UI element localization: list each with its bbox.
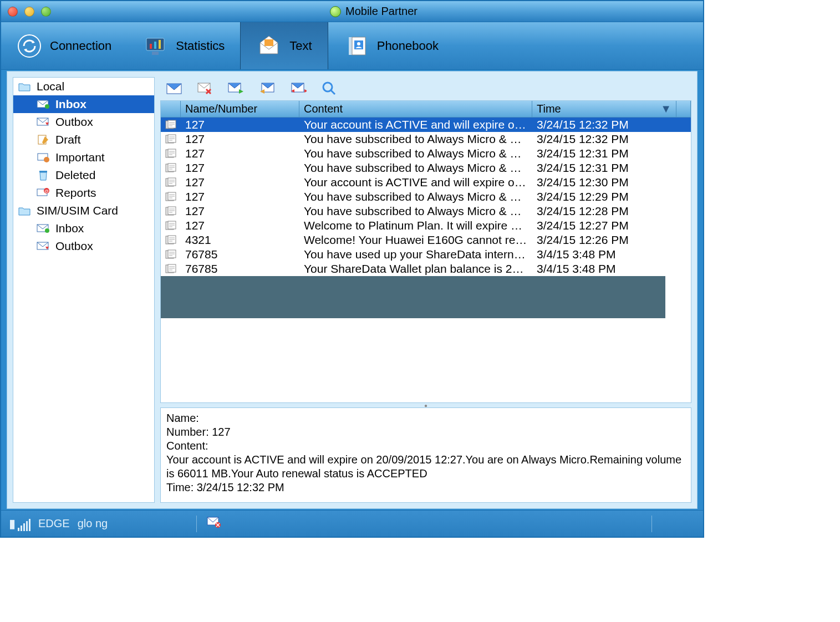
titlebar: Mobile Partner: [1, 1, 703, 22]
svg-point-15: [44, 157, 49, 162]
close-button[interactable]: [8, 7, 18, 17]
forward-message-button[interactable]: [228, 82, 245, 95]
svg-text:@: @: [44, 188, 49, 193]
status-operator: glo ng: [78, 517, 108, 530]
app-window: Mobile Partner Connection Statistics Tex…: [0, 0, 704, 538]
col-icon-header[interactable]: [161, 101, 181, 117]
tab-statistics[interactable]: Statistics: [127, 22, 240, 69]
status-network: EDGE: [38, 517, 70, 530]
tab-text[interactable]: Text: [240, 22, 328, 69]
sidebar-sim[interactable]: SIM/USIM Card: [13, 202, 154, 220]
table-row[interactable]: 76785You have used up your ShareData int…: [161, 247, 691, 262]
sidebar-reports[interactable]: @ Reports: [13, 184, 154, 202]
col-content-header[interactable]: Content: [299, 101, 532, 117]
statusbar: ▮ EDGE glo ng: [1, 510, 703, 537]
tab-phonebook[interactable]: Phonebook: [328, 22, 454, 69]
sidebar-local[interactable]: Local: [13, 78, 154, 95]
minimize-button[interactable]: [24, 7, 34, 17]
refresh-icon: [17, 33, 42, 59]
table-row[interactable]: 127Your account is ACTIVE and will expir…: [161, 175, 691, 190]
detail-number: Number: 127: [166, 425, 685, 439]
reply-all-button[interactable]: [290, 82, 307, 95]
sidebar-important-label: Important: [55, 151, 105, 164]
row-name: 127: [181, 204, 299, 218]
detail-time: Time: 3/24/15 12:32 PM: [166, 481, 685, 494]
table-row[interactable]: 127Welcome to Platinum Plan. It will exp…: [161, 218, 691, 233]
reports-icon: @: [37, 187, 50, 198]
statistics-icon: [142, 33, 168, 59]
col-name-header[interactable]: Name/Number: [181, 101, 299, 117]
grid-header: Name/Number Content Time▼: [161, 101, 691, 118]
tab-phonebook-label: Phonebook: [377, 39, 439, 53]
row-time: 3/24/15 12:27 PM: [532, 218, 691, 233]
sidebar-draft[interactable]: Draft: [13, 131, 154, 149]
svg-point-0: [18, 35, 40, 57]
message-icon: [161, 134, 181, 145]
grid-empty-area: [161, 276, 665, 318]
reply-message-button[interactable]: [259, 82, 276, 95]
zoom-button[interactable]: [41, 7, 51, 17]
grid-body[interactable]: 127Your account is ACTIVE and will expir…: [161, 118, 691, 402]
sidebar-inbox[interactable]: Inbox: [13, 95, 154, 113]
row-name: 76785: [181, 262, 299, 276]
row-time: 3/24/15 12:32 PM: [532, 132, 691, 146]
tab-connection-label: Connection: [50, 39, 111, 53]
table-row[interactable]: 76785Your ShareData Wallet plan balance …: [161, 262, 691, 276]
row-time: 3/24/15 12:31 PM: [532, 161, 691, 175]
sidebar-sim-label: SIM/USIM Card: [37, 204, 118, 217]
row-time: 3/24/15 12:32 PM: [532, 118, 691, 132]
svg-rect-5: [152, 52, 159, 55]
row-time: 3/4/15 3:48 PM: [532, 247, 691, 262]
sidebar-outbox-label: Outbox: [55, 115, 93, 129]
table-row[interactable]: 4321Welcome! Your Huawei E160G cannot re…: [161, 233, 691, 247]
table-row[interactable]: 127You have subscribed to Always Micro &…: [161, 190, 691, 204]
sidebar-local-label: Local: [37, 80, 64, 93]
message-icon: [161, 177, 181, 188]
trash-icon: [37, 170, 50, 181]
main-panel: Name/Number Content Time▼ 127Your accoun…: [160, 77, 691, 503]
sidebar-deleted[interactable]: Deleted: [13, 166, 154, 184]
row-name: 127: [181, 146, 299, 161]
message-icon: [161, 220, 181, 231]
phonebook-icon: [344, 33, 369, 59]
sidebar-important[interactable]: Important: [13, 149, 154, 166]
sidebar-sim-inbox-label: Inbox: [55, 222, 84, 235]
detail-body: Your account is ACTIVE and will expire o…: [166, 453, 685, 481]
sidebar-outbox[interactable]: Outbox: [13, 113, 154, 131]
signal-icon: ▮: [9, 517, 33, 531]
important-icon: [37, 152, 50, 163]
col-spacer: [676, 101, 691, 117]
folder-icon: [18, 81, 31, 92]
table-row[interactable]: 127You have subscribed to Always Micro &…: [161, 204, 691, 218]
svg-rect-16: [39, 171, 47, 172]
col-time-header[interactable]: Time▼: [532, 101, 676, 117]
sidebar-sim-outbox[interactable]: Outbox: [13, 237, 154, 255]
message-icon: [161, 119, 181, 130]
inbox-icon: [37, 223, 50, 234]
search-button[interactable]: [321, 82, 338, 95]
table-row[interactable]: 127You have subscribed to Always Micro &…: [161, 161, 691, 175]
table-row[interactable]: 127You have subscribed to Always Micro &…: [161, 132, 691, 146]
table-row[interactable]: 127You have subscribed to Always Micro &…: [161, 146, 691, 161]
svg-rect-2: [150, 44, 152, 49]
message-icon: [161, 162, 181, 174]
row-content: You have used up your ShareData internet…: [299, 247, 532, 262]
row-content: You have subscribed to Always Micro & h…: [299, 146, 532, 161]
new-message-button[interactable]: [166, 82, 182, 95]
message-icon: [161, 234, 181, 246]
row-time: 3/24/15 12:26 PM: [532, 233, 691, 247]
row-name: 127: [181, 118, 299, 132]
row-name: 127: [181, 175, 299, 190]
message-detail: Name: Number: 127 Content: Your account …: [160, 407, 691, 503]
row-time: 3/24/15 12:30 PM: [532, 175, 691, 190]
row-content: Your account is ACTIVE and will expire o…: [299, 175, 532, 190]
row-content: You have subscribed to Always Micro & h…: [299, 190, 532, 204]
delete-message-button[interactable]: [197, 82, 213, 95]
table-row[interactable]: 127Your account is ACTIVE and will expir…: [161, 118, 691, 132]
tab-connection[interactable]: Connection: [1, 22, 127, 69]
message-grid: Name/Number Content Time▼ 127Your accoun…: [160, 100, 691, 403]
splitter[interactable]: ●: [160, 403, 691, 407]
sidebar-reports-label: Reports: [55, 186, 96, 200]
svg-rect-3: [154, 42, 156, 49]
sidebar-sim-inbox[interactable]: Inbox: [13, 220, 154, 237]
